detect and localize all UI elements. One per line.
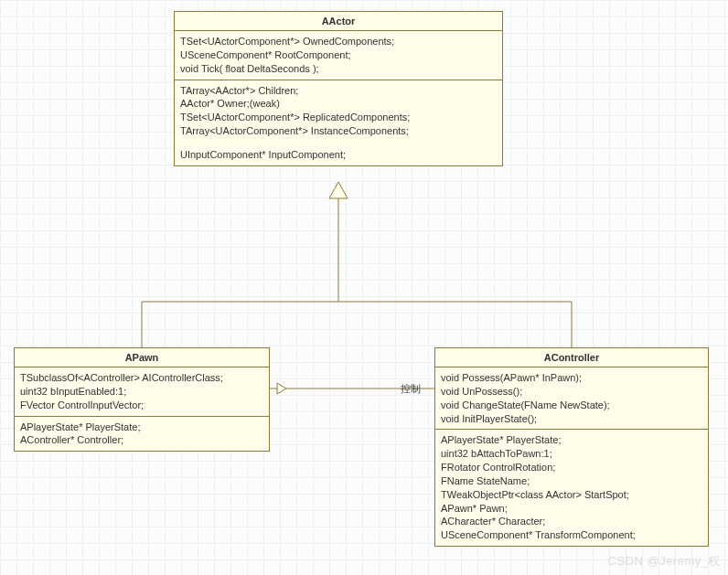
class-apawn-section2: APlayerState* PlayerState; AController* … — [15, 417, 269, 452]
class-aactor-section2: TArray<AActor*> Children; AActor* Owner;… — [175, 80, 502, 165]
class-acontroller-section2: APlayerState* PlayerState; uint32 bAttac… — [435, 430, 708, 546]
member-line: USceneComponent* RootComponent; — [180, 48, 497, 62]
class-apawn: APawn TSubclassOf<AController> AIControl… — [14, 347, 270, 452]
member-line: APlayerState* PlayerState; — [441, 433, 702, 447]
member-line: AController* Controller; — [20, 433, 263, 447]
class-acontroller: AController void Possess(APawn* InPawn);… — [434, 347, 709, 547]
class-acontroller-title: AController — [435, 348, 708, 367]
member-line: FRotator ControlRotation; — [441, 461, 702, 474]
assoc-label-control: 控制 — [401, 383, 421, 394]
member-line: void UnPossess(); — [441, 385, 702, 399]
member-line: TArray<UActorComponent*> InstanceCompone… — [180, 124, 497, 138]
member-line: APawn* Pawn; — [441, 502, 702, 516]
member-line: void ChangeState(FName NewState); — [441, 399, 702, 412]
member-line: TSet<UActorComponent*> OwnedComponents; — [180, 35, 497, 48]
member-line: TSet<UActorComponent*> ReplicatedCompone… — [180, 111, 497, 124]
member-line: TSubclassOf<AController> AIControllerCla… — [20, 371, 263, 385]
member-line: void Possess(APawn* InPawn); — [441, 371, 702, 385]
member-line: AActor* Owner;(weak) — [180, 97, 497, 111]
class-aactor-title: AActor — [175, 12, 502, 31]
watermark: CSDN @Jeremy_权 — [608, 553, 722, 570]
member-line: UInputComponent* InputComponent; — [180, 148, 497, 162]
member-line: APlayerState* PlayerState; — [20, 421, 263, 434]
member-line: FName StateName; — [441, 474, 702, 488]
class-acontroller-section1: void Possess(APawn* InPawn); void UnPoss… — [435, 367, 708, 430]
class-aactor: AActor TSet<UActorComponent*> OwnedCompo… — [174, 11, 503, 166]
member-line: void InitPlayerState(); — [441, 412, 702, 426]
member-line: uint32 bAttachToPawn:1; — [441, 447, 702, 461]
class-aactor-section1: TSet<UActorComponent*> OwnedComponents; … — [175, 31, 502, 80]
member-line: TWeakObjectPtr<class AActor> StartSpot; — [441, 488, 702, 502]
member-line: TArray<AActor*> Children; — [180, 84, 497, 98]
member-line: void Tick( float DeltaSeconds ); — [180, 62, 497, 76]
blank-line — [180, 138, 497, 148]
member-line: FVector ControlInputVector; — [20, 399, 263, 412]
member-line: uint32 bInputEnabled:1; — [20, 385, 263, 399]
class-apawn-section1: TSubclassOf<AController> AIControllerCla… — [15, 367, 269, 417]
member-line: ACharacter* Character; — [441, 515, 702, 528]
class-apawn-title: APawn — [15, 348, 269, 367]
member-line: USceneComponent* TransformComponent; — [441, 528, 702, 542]
svg-marker-0 — [329, 182, 348, 198]
